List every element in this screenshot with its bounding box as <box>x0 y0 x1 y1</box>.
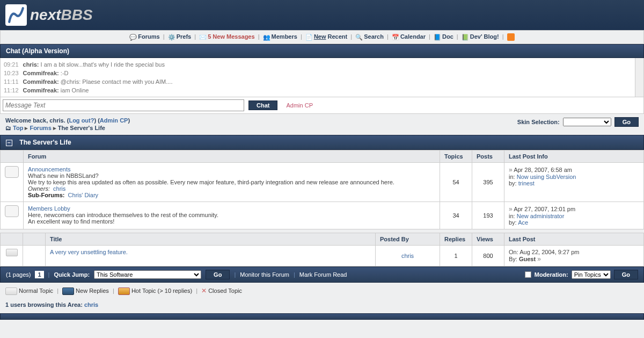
chat-input[interactable] <box>3 99 244 111</box>
members-icon: 👥 <box>263 34 270 41</box>
nav-devblog[interactable]: Dev' Blog! <box>470 33 499 40</box>
lastpost-user[interactable]: Ace <box>518 219 528 226</box>
nav-calendar[interactable]: Calendar <box>400 33 426 40</box>
navbar: 💬Forums | ⚙️Prefs | ✉️5 New Messages | 👥… <box>0 30 644 44</box>
lastpost-topic[interactable]: Now using SubVersion <box>517 174 576 180</box>
forums-icon: 💬 <box>129 34 137 41</box>
chat-line: 09:21chris: I am a bit slow...that's why… <box>4 60 640 69</box>
topics-table: Title Posted By Replies Views Last Post … <box>0 233 644 267</box>
rss-icon[interactable] <box>507 33 515 41</box>
nav-doc[interactable]: Doc <box>442 33 453 40</box>
quickjump-go[interactable]: Go <box>206 270 230 279</box>
th-views: Views <box>472 233 504 246</box>
welcome-user: chris <box>49 117 63 124</box>
closed-icon: ✕ <box>201 287 207 294</box>
legend-hot: Hot Topic (> 10 replies) <box>131 287 192 294</box>
moderation-label: Moderation: <box>535 271 568 278</box>
th-posts: Posts <box>472 150 504 163</box>
nav-prefs[interactable]: Prefs <box>177 33 192 40</box>
breadcrumb-icon: 🗂 <box>5 125 11 131</box>
th-lastpost2: Last Post <box>504 233 644 246</box>
breadcrumb-forums[interactable]: Forums <box>30 125 51 131</box>
breadcrumb: 🗂 Top▸Forums▸The Server's Life <box>5 125 130 132</box>
lastpost-topic[interactable]: New administrator <box>517 213 565 219</box>
moderation-go[interactable]: Go <box>614 270 638 279</box>
chat-line: 11:12Commifreak: iam Online <box>4 86 640 95</box>
skin-select[interactable] <box>563 118 611 126</box>
search-icon: 🔍 <box>355 34 363 41</box>
mark-read[interactable]: Mark Forum Read <box>299 271 347 278</box>
legend: Normal Topic | New Replies | Hot Topic (… <box>0 283 644 299</box>
topic-link[interactable]: A very very unsettling feature. <box>50 249 128 255</box>
th-lastpost: Last Post Info <box>504 150 644 163</box>
forum-owner[interactable]: chris <box>53 185 65 192</box>
calendar-icon: 📅 <box>392 34 399 41</box>
page-current: 1 <box>35 271 43 278</box>
chat-admin-cp[interactable]: Admin CP <box>286 102 313 109</box>
th-forum: Forum <box>24 150 440 163</box>
messages-icon: ✉️ <box>199 34 207 41</box>
pages-count: (1 pages) <box>6 271 31 278</box>
browsing-user[interactable]: chris <box>84 301 98 308</box>
monitor-forum[interactable]: Monitor this Forum <box>240 271 289 278</box>
legend-closed: Closed Topic <box>208 287 242 294</box>
chat-header: Chat (Alpha Version) <box>0 44 644 58</box>
topic-row: A very very unsettling feature.chris1800… <box>1 246 644 267</box>
normal-topic-icon <box>5 287 17 295</box>
quickjump-select[interactable]: This Software <box>94 270 201 279</box>
legend-normal: Normal Topic <box>19 287 53 294</box>
th-replies: Replies <box>440 233 472 246</box>
forum-icon <box>5 166 19 178</box>
nav-messages[interactable]: 5 New Messages <box>208 33 254 40</box>
logo-icon <box>5 4 27 26</box>
nav-recent[interactable]: Recent <box>328 33 348 40</box>
moderation-checkbox[interactable] <box>525 271 531 278</box>
doc-icon: 📘 <box>434 34 441 41</box>
forums-table: Forum Topics Posts Last Post Info Announ… <box>0 150 644 229</box>
category-header: − The Server's Life <box>0 135 644 150</box>
logo[interactable]: nextBBS <box>5 4 639 26</box>
new-icon: 📄 <box>305 34 313 41</box>
footer-bar <box>0 313 644 320</box>
forum-row: AnnouncementsWhat's new in NBBSLand?We t… <box>1 163 644 202</box>
devblog-icon: 📗 <box>462 34 469 41</box>
admincp-link[interactable]: Admin CP <box>100 117 128 124</box>
chat-line: 11:11Commifreak: @chris: Plaese contact … <box>4 77 640 86</box>
browsing-row: 1 users browsing this Area: chris <box>0 299 644 313</box>
collapse-icon[interactable]: − <box>6 140 12 146</box>
th-topics: Topics <box>440 150 472 163</box>
header: nextBBS <box>0 0 644 30</box>
forum-link[interactable]: Members Lobby <box>28 205 70 212</box>
nav-new[interactable]: New <box>314 33 326 40</box>
th-postedby: Posted By <box>376 233 440 246</box>
skin-label: Skin Selection: <box>517 119 560 125</box>
th-title: Title <box>46 233 376 246</box>
chat-body: 09:21chris: I am a bit slow...that's why… <box>0 58 644 97</box>
hot-topic-icon <box>118 287 130 295</box>
nav-search[interactable]: Search <box>364 33 384 40</box>
chat-line: 10:23Commifreak: :-D <box>4 69 640 77</box>
welcome-row: Welcome back, chris. (Log out?) (Admin C… <box>0 114 644 133</box>
breadcrumb-current: The Server's Life <box>58 125 105 131</box>
nav-members[interactable]: Members <box>272 33 297 40</box>
topic-status-icon <box>6 249 18 256</box>
moderation-select[interactable]: Pin Topics <box>572 270 611 279</box>
forum-link[interactable]: Announcements <box>28 166 71 172</box>
skin-selection: Skin Selection: Go <box>517 117 639 127</box>
breadcrumb-top[interactable]: Top <box>13 125 23 131</box>
category-title: The Server's Life <box>19 139 71 146</box>
logo-text: nextBBS <box>30 6 93 24</box>
chat-send-button[interactable]: Chat <box>248 100 277 110</box>
quickjump-label: Quick Jump: <box>54 271 90 278</box>
browsing-text: 1 users browsing this Area: <box>5 301 83 308</box>
topic-author[interactable]: chris <box>401 253 414 259</box>
nav-forums[interactable]: Forums <box>138 33 159 40</box>
lastpost-user[interactable]: trinest <box>518 180 535 186</box>
prefs-icon: ⚙️ <box>168 34 175 41</box>
subforum-link[interactable]: Chris' Diary <box>68 192 99 198</box>
chat-input-row: Chat Admin CP <box>0 97 644 114</box>
forum-icon <box>5 205 19 217</box>
skin-go-button[interactable]: Go <box>614 117 639 127</box>
chat-scrollbar[interactable] <box>635 58 643 97</box>
logout-link[interactable]: Log out? <box>69 117 94 124</box>
